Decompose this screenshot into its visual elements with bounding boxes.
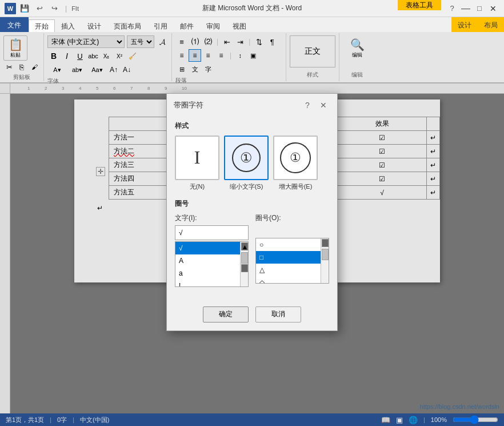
- wenzi-list-scrollbar[interactable]: ▲: [240, 242, 248, 286]
- tab-references[interactable]: 引用: [147, 19, 174, 32]
- wenzi-section: 文字(I): √ A a ! ▲: [175, 213, 249, 287]
- fit-text: FIt: [71, 5, 79, 12]
- quanhao-scrollbar-thumb[interactable]: [322, 249, 329, 260]
- wenzi-list-item-A[interactable]: A: [175, 254, 240, 267]
- style-enlarge-option[interactable]: ① 增大圈号(E): [273, 136, 318, 191]
- help-button[interactable]: ?: [446, 2, 458, 15]
- title-bar-controls: ? — □ ✕: [446, 2, 499, 15]
- cancel-button[interactable]: 取消: [255, 306, 301, 323]
- quanhao-section: 文字(I): √ A a ! ▲: [175, 213, 329, 287]
- quanhao-item-square[interactable]: □: [256, 251, 321, 264]
- quanhao-item-circle[interactable]: ○: [256, 238, 321, 251]
- close-button[interactable]: ✕: [487, 2, 499, 15]
- tab-page-layout[interactable]: 页面布局: [107, 19, 147, 32]
- dialog-help-button[interactable]: ?: [301, 98, 314, 112]
- tab-file[interactable]: 文件: [0, 17, 29, 32]
- wenzi-input[interactable]: [175, 225, 249, 240]
- undo-button[interactable]: ↩: [33, 2, 46, 15]
- maximize-button[interactable]: □: [473, 2, 486, 15]
- style-options: I 无(N) ① 缩小文字(S) ①: [175, 136, 329, 191]
- style-small-option[interactable]: ① 缩小文字(S): [224, 136, 269, 191]
- wenzi-label: 文字(I):: [175, 213, 249, 223]
- dialog-footer: 确定 取消: [167, 302, 337, 331]
- ok-button[interactable]: 确定: [203, 306, 249, 323]
- dialog-titlebar: 带圈字符 ? ✕: [167, 94, 337, 116]
- quanhao-list: ○ □ △ ◇: [256, 238, 321, 283]
- style-none-preview: I: [175, 136, 219, 180]
- dialog-title: 带圈字符: [174, 100, 203, 110]
- window-title: 新建 Microsoft Word 文档 - Word: [202, 3, 302, 13]
- quanhao-list-container: ○ □ △ ◇: [255, 238, 329, 284]
- style-small-preview: ①: [224, 136, 269, 180]
- tab-design[interactable]: 设计: [81, 19, 107, 32]
- dialog-close-button[interactable]: ✕: [317, 98, 330, 112]
- enclosed-char-dialog: 带圈字符 ? ✕ 样式 I 无(N): [166, 93, 338, 331]
- style-none-option[interactable]: I 无(N): [175, 136, 219, 191]
- quanhao-item-triangle[interactable]: △: [256, 264, 321, 276]
- tab-home[interactable]: 开始: [29, 19, 55, 33]
- quanhao-scrollbar-up[interactable]: [322, 239, 329, 247]
- style-enlarge-label: 增大圈号(E): [279, 182, 313, 191]
- word-logo-icon: W: [5, 3, 16, 14]
- minimize-button[interactable]: —: [459, 2, 472, 15]
- dialog-body: 样式 I 无(N) ① 缩小文字(S): [167, 116, 337, 302]
- wenzi-list-item-excl[interactable]: !: [175, 280, 240, 286]
- scrollbar-up-arrow[interactable]: ▲: [241, 242, 248, 250]
- wenzi-list-container: √ A a ! ▲: [175, 241, 249, 287]
- wenzi-list: √ A a !: [175, 242, 240, 286]
- tab-view[interactable]: 视图: [226, 19, 253, 32]
- ribbon-tabs-row: 文件 开始 插入 设计 页面布局 引用 邮件 审阅 视图 设计: [0, 17, 504, 32]
- quanhao-list-scrollbar[interactable]: [321, 238, 329, 283]
- style-small-label: 缩小文字(S): [230, 182, 263, 191]
- save-button[interactable]: 💾: [18, 2, 31, 15]
- scrollbar-thumb[interactable]: [241, 252, 248, 264]
- redo-button[interactable]: ↪: [48, 2, 61, 15]
- circle-small-icon: ①: [232, 144, 261, 172]
- style-section-label: 样式: [175, 121, 329, 131]
- quanhao-right-section: 圈号(O): ○ □ △ ◇: [255, 213, 329, 287]
- circle-enlarge-icon: ①: [280, 142, 311, 173]
- tab-review[interactable]: 审阅: [200, 19, 226, 32]
- scrollbar-down-arrow[interactable]: [241, 264, 248, 272]
- wenzi-list-item-a[interactable]: a: [175, 267, 240, 280]
- title-bar-left: W 💾 ↩ ↪ | FIt: [5, 2, 79, 15]
- quanhao-section-label: 圈号: [175, 199, 329, 209]
- table-tool-badge: 表格工具: [398, 0, 441, 10]
- wenzi-list-item-sqrt[interactable]: √: [175, 242, 240, 254]
- style-enlarge-preview: ①: [273, 136, 318, 180]
- title-bar: W 💾 ↩ ↪ | FIt 新建 Microsoft Word 文档 - Wor…: [0, 0, 504, 17]
- dialog-controls: ? ✕: [301, 98, 330, 112]
- quanhao-item-diamond[interactable]: ◇: [256, 276, 321, 283]
- tab-layout2[interactable]: 布局: [478, 17, 504, 32]
- style-none-label: 无(N): [190, 182, 205, 191]
- tab-design2[interactable]: 设计: [451, 17, 478, 32]
- app-window: W 💾 ↩ ↪ | FIt 新建 Microsoft Word 文档 - Wor…: [0, 0, 504, 426]
- tab-insert[interactable]: 插入: [55, 19, 81, 32]
- quanhao-label: 圈号(O):: [255, 213, 329, 223]
- tab-mailings[interactable]: 邮件: [174, 19, 200, 32]
- dialog-overlay: 带圈字符 ? ✕ 样式 I 无(N): [0, 32, 504, 426]
